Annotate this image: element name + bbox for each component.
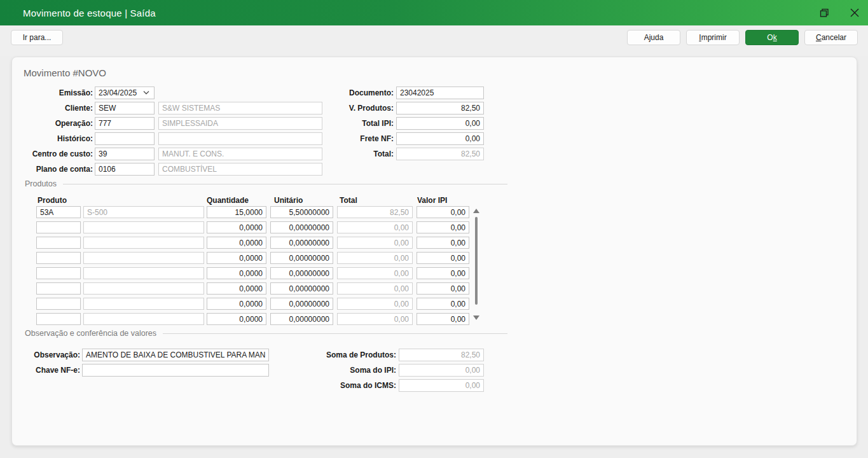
product-desc-input (83, 252, 204, 264)
product-code-input[interactable] (36, 282, 81, 295)
soma-produtos-field (399, 349, 484, 361)
product-qty-input[interactable] (207, 298, 266, 310)
product-unit-input[interactable] (270, 313, 333, 325)
product-row (12, 237, 508, 249)
product-row (12, 298, 508, 310)
product-code-input[interactable] (36, 298, 81, 310)
cancelar-button[interactable]: Cancelar (804, 30, 858, 45)
product-code-input[interactable] (36, 313, 81, 325)
product-code-input[interactable] (36, 206, 81, 218)
close-window-button[interactable] (848, 6, 862, 20)
product-row (12, 282, 508, 295)
product-qty-input[interactable] (207, 313, 266, 325)
product-qty-input[interactable] (207, 221, 266, 233)
product-row (12, 221, 508, 233)
plano-conta-code-input[interactable] (95, 163, 155, 176)
soma-ipi-field (399, 364, 484, 377)
scrollbar-thumb[interactable] (475, 217, 478, 305)
scroll-up-icon[interactable] (473, 209, 479, 213)
col-quantidade: Quantidade (207, 196, 249, 205)
product-unit-input[interactable] (270, 252, 333, 264)
ajuda-label: Ajuda (644, 33, 664, 42)
product-qty-input[interactable] (207, 282, 266, 295)
v-produtos-label: V. Produtos: (292, 102, 394, 114)
product-desc-input (83, 313, 204, 325)
product-row (12, 267, 508, 279)
product-row (12, 252, 508, 264)
product-unit-input[interactable] (270, 221, 333, 233)
product-code-input[interactable] (36, 252, 81, 264)
product-desc-input (83, 237, 204, 249)
product-code-input[interactable] (36, 267, 81, 279)
plano-conta-name-field (158, 163, 322, 176)
product-ipi-input[interactable] (417, 298, 469, 310)
total-field (396, 148, 484, 160)
total-ipi-label: Total IPI: (292, 117, 394, 130)
ajuda-button[interactable]: Ajuda (627, 30, 680, 45)
scroll-down-icon[interactable] (473, 316, 479, 320)
documento-label: Documento: (292, 87, 394, 99)
soma-produtos-label: Soma de Produtos: (279, 349, 396, 361)
soma-icms-label: Soma do ICMS: (279, 379, 396, 392)
section-divider (63, 184, 507, 184)
product-ipi-input[interactable] (417, 221, 469, 233)
product-unit-input[interactable] (270, 237, 333, 249)
products-scrollbar[interactable] (471, 206, 481, 324)
documento-input[interactable] (396, 87, 484, 99)
frete-nf-label: Frete NF: (292, 132, 394, 145)
soma-icms-field (399, 379, 484, 392)
soma-ipi-label: Soma do IPI: (279, 364, 396, 377)
product-code-input[interactable] (36, 221, 81, 233)
product-total-input (337, 313, 413, 325)
product-unit-input[interactable] (270, 298, 333, 310)
col-total: Total (340, 196, 357, 205)
total-ipi-input[interactable] (396, 117, 484, 130)
close-icon (850, 8, 859, 17)
product-unit-input[interactable] (270, 282, 333, 295)
product-total-input (337, 206, 413, 218)
total-label: Total: (292, 148, 394, 160)
imprimir-button[interactable]: Imprimir (686, 30, 740, 45)
product-total-input (337, 237, 413, 249)
cancelar-label: Cancelar (816, 33, 846, 42)
product-qty-input[interactable] (207, 206, 266, 218)
product-total-input (337, 267, 413, 279)
window-title: Movimento de estoque | Saída (23, 8, 156, 18)
product-row (12, 206, 508, 218)
section-divider (163, 333, 507, 334)
product-ipi-input[interactable] (417, 282, 469, 295)
col-valor-ipi: Valor IPI (417, 196, 447, 205)
product-desc-input (83, 298, 204, 310)
ir-para-button[interactable]: Ir para... (11, 30, 63, 45)
product-total-input (337, 221, 413, 233)
product-ipi-input[interactable] (417, 237, 469, 249)
product-ipi-input[interactable] (417, 252, 469, 264)
products-section-header: Produtos (25, 179, 507, 189)
ok-label: Ok (767, 33, 776, 42)
product-qty-input[interactable] (207, 267, 266, 279)
product-desc-input (83, 206, 204, 218)
movement-form-panel: Movimento #NOVO Emissão: Cliente: Operaç… (11, 57, 857, 446)
product-total-input (337, 252, 413, 264)
restore-icon (820, 8, 829, 18)
product-row (12, 313, 508, 325)
v-produtos-input[interactable] (396, 102, 484, 114)
product-desc-input (83, 282, 204, 295)
product-total-input (337, 282, 413, 295)
toolbar: Ir para... Ajuda Imprimir Ok Cancelar (0, 25, 868, 56)
product-unit-input[interactable] (270, 206, 333, 218)
product-unit-input[interactable] (270, 267, 333, 279)
ir-para-label: Ir para... (23, 33, 52, 42)
product-ipi-input[interactable] (417, 206, 469, 218)
restore-window-button[interactable] (817, 6, 831, 20)
product-code-input[interactable] (36, 237, 81, 249)
product-ipi-input[interactable] (417, 313, 469, 325)
frete-nf-input[interactable] (396, 132, 484, 145)
plano-conta-label: Plano de conta: (12, 163, 93, 176)
observacao-section-header: Observação e conferência de valores (25, 328, 507, 338)
product-ipi-input[interactable] (417, 267, 469, 279)
product-desc-input (83, 267, 204, 279)
ok-button[interactable]: Ok (745, 30, 799, 45)
product-qty-input[interactable] (207, 237, 266, 249)
product-qty-input[interactable] (207, 252, 266, 264)
